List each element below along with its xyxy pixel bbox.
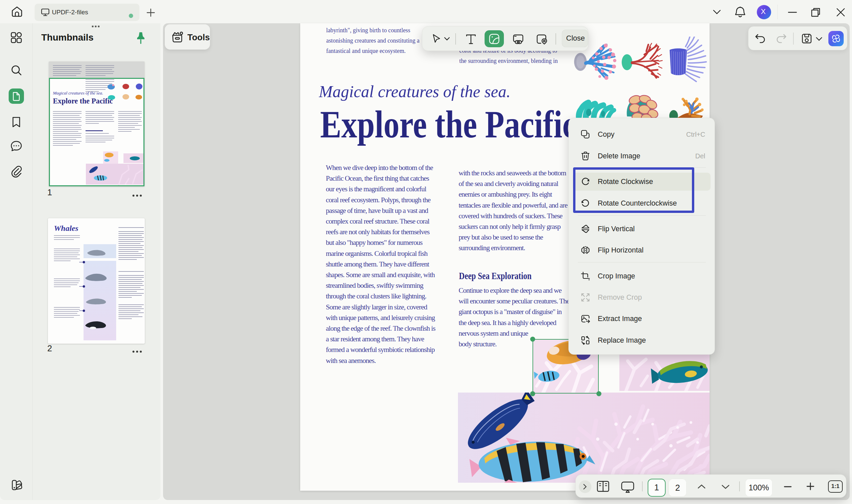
svg-text:Whales: Whales — [54, 224, 78, 233]
svg-text:Deep Sea Exploration: Deep Sea Exploration — [459, 270, 532, 281]
svg-text:Explore the Pacific: Explore the Pacific — [320, 103, 576, 146]
svg-text:Magical creatures of the sea.: Magical creatures of the sea. — [319, 82, 511, 101]
